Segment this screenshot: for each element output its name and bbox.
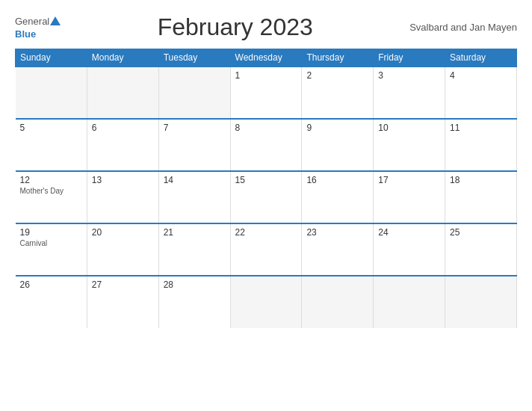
col-tuesday: Tuesday <box>158 49 230 67</box>
svg-marker-0 <box>50 16 61 25</box>
day-cell <box>374 276 445 328</box>
week-row-3: 12Mother's Day131415161718 <box>16 171 517 223</box>
day-cell <box>16 67 87 119</box>
day-cell: 14 <box>158 171 230 223</box>
day-number: 26 <box>20 279 82 290</box>
day-number: 23 <box>306 227 368 238</box>
day-number: 22 <box>235 227 297 238</box>
days-header-row: Sunday Monday Tuesday Wednesday Thursday… <box>16 49 517 67</box>
day-number: 11 <box>450 123 512 133</box>
col-wednesday: Wednesday <box>230 49 302 67</box>
col-friday: Friday <box>374 49 445 67</box>
day-number: 1 <box>235 70 297 81</box>
week-row-1: 1234 <box>16 67 517 119</box>
day-number: 20 <box>92 227 154 238</box>
col-thursday: Thursday <box>302 49 374 67</box>
day-cell: 21 <box>158 223 230 276</box>
day-cell: 19Carnival <box>16 223 87 276</box>
day-cell <box>230 276 302 328</box>
day-cell <box>445 276 517 328</box>
day-number: 4 <box>450 70 512 81</box>
day-number: 2 <box>306 70 368 81</box>
day-number: 19 <box>20 227 82 238</box>
day-number: 16 <box>306 175 368 185</box>
day-cell <box>158 67 230 119</box>
week-row-5: 262728 <box>16 276 517 328</box>
day-number: 8 <box>235 123 297 133</box>
day-cell: 5 <box>16 119 87 171</box>
calendar-table: Sunday Monday Tuesday Wednesday Thursday… <box>15 49 517 328</box>
day-cell <box>87 67 158 119</box>
day-number: 21 <box>164 227 226 238</box>
day-cell: 4 <box>445 67 517 119</box>
day-cell: 10 <box>374 119 445 171</box>
day-cell: 1 <box>230 67 302 119</box>
day-number: 10 <box>378 123 440 133</box>
day-cell: 28 <box>158 276 230 328</box>
col-saturday: Saturday <box>445 49 517 67</box>
day-number: 6 <box>92 123 154 133</box>
calendar-page: General Blue February 2023 Svalbard and … <box>0 0 532 411</box>
day-number: 14 <box>164 175 226 185</box>
day-cell: 20 <box>87 223 158 276</box>
day-cell: 11 <box>445 119 517 171</box>
day-cell: 22 <box>230 223 302 276</box>
day-cell: 8 <box>230 119 302 171</box>
day-cell: 17 <box>374 171 445 223</box>
day-cell: 26 <box>16 276 87 328</box>
day-cell: 12Mother's Day <box>16 171 87 223</box>
day-number: 13 <box>92 175 154 185</box>
event-label: Carnival <box>20 239 82 247</box>
day-number: 28 <box>164 279 226 290</box>
day-cell: 15 <box>230 171 302 223</box>
day-cell: 3 <box>374 67 445 119</box>
day-cell: 6 <box>87 119 158 171</box>
day-cell: 9 <box>302 119 374 171</box>
day-cell: 27 <box>87 276 158 328</box>
day-cell: 16 <box>302 171 374 223</box>
col-monday: Monday <box>87 49 158 67</box>
day-number: 3 <box>378 70 440 81</box>
calendar-header: General Blue February 2023 Svalbard and … <box>15 13 517 41</box>
day-number: 18 <box>450 175 512 185</box>
logo-triangle-icon <box>50 16 61 28</box>
col-sunday: Sunday <box>16 49 87 67</box>
day-number: 17 <box>378 175 440 185</box>
day-cell: 25 <box>445 223 517 276</box>
day-cell: 24 <box>374 223 445 276</box>
event-label: Mother's Day <box>20 187 82 195</box>
day-number: 7 <box>164 123 226 133</box>
day-cell: 13 <box>87 171 158 223</box>
region-label: Svalbard and Jan Mayen <box>409 22 517 33</box>
day-cell: 2 <box>302 67 374 119</box>
day-number: 12 <box>20 175 82 185</box>
day-number: 9 <box>306 123 368 133</box>
logo: General Blue <box>15 16 61 40</box>
logo-general-text: General <box>15 16 49 26</box>
day-cell: 23 <box>302 223 374 276</box>
logo-blue-text: Blue <box>15 28 36 40</box>
day-number: 24 <box>378 227 440 238</box>
day-cell: 18 <box>445 171 517 223</box>
calendar-title: February 2023 <box>61 13 409 41</box>
day-number: 27 <box>92 279 154 290</box>
day-cell <box>302 276 374 328</box>
day-number: 25 <box>450 227 512 238</box>
week-row-2: 567891011 <box>16 119 517 171</box>
day-number: 15 <box>235 175 297 185</box>
week-row-4: 19Carnival202122232425 <box>16 223 517 276</box>
day-number: 5 <box>20 123 82 133</box>
day-cell: 7 <box>158 119 230 171</box>
